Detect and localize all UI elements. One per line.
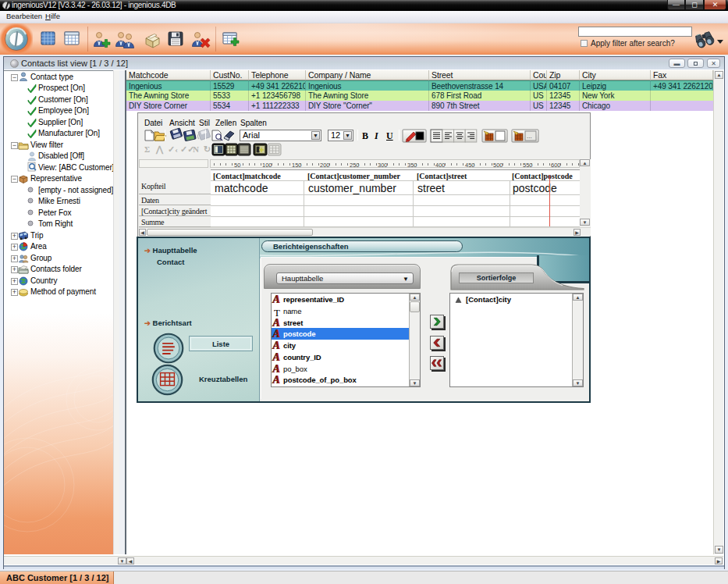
svg-text:✓‹: ✓‹ xyxy=(168,144,178,154)
svg-text:⋀: ⋀ xyxy=(155,144,164,155)
svg-text:Σ: Σ xyxy=(144,144,150,154)
svg-text:...: ... xyxy=(527,133,532,140)
svg-text:↻: ↻ xyxy=(204,144,211,154)
svg-text:N: N xyxy=(193,144,199,154)
